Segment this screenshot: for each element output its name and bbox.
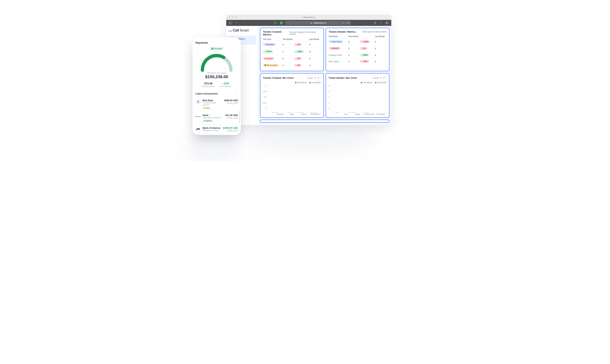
- metric-row: ! URGENT0↓ 0%0: [329, 45, 386, 52]
- browser-window: callsmartai.ca ▾ 〈 〉 🔒 callsmartai.ca 🔈 …: [226, 15, 391, 125]
- chart-legend: This Month Last Month: [263, 81, 321, 84]
- close-dot[interactable]: [229, 16, 230, 18]
- transaction-row[interactable]: Bank of AmericaWithdrawal to bank$3500.0…: [195, 124, 238, 134]
- tx-name: Slack: [203, 114, 223, 117]
- bar-chart-plot: [331, 84, 386, 112]
- metric-chip: ! URGENT: [329, 47, 341, 50]
- check-icon: ✓: [211, 48, 214, 50]
- svg-rect-0: [229, 22, 232, 24]
- chart-metric-selector[interactable]: Count ⚙ ▾: [371, 76, 386, 80]
- percent-pill: ↓ -60%: [360, 60, 369, 63]
- chevron-down-icon[interactable]: ▾: [234, 21, 239, 25]
- sidebar-toggle-icon[interactable]: [229, 21, 233, 25]
- chart-metric-selector[interactable]: Count ⚙ ▾: [306, 76, 321, 80]
- metric-chip: 🗐 Reschedule: [263, 64, 279, 67]
- back-icon[interactable]: 〈: [242, 21, 246, 25]
- trend-value: ↗ 12%: [220, 82, 231, 85]
- tx-name: Bank of America: [203, 127, 221, 129]
- percent-pill: ↓ 0%: [294, 64, 302, 67]
- brand-logo: CallSmart: [228, 28, 256, 32]
- card-subtitle: Client type for tickets created: [362, 31, 386, 33]
- status-on-track: ✓ On track: [210, 47, 224, 51]
- card-subtitle: Sum per category for the tickets created: [289, 31, 321, 35]
- bar-chart-plot: [268, 84, 321, 112]
- chart-title: Tickets Created: Bar Chart: [263, 77, 294, 79]
- main-content: Tickets Created: Metrics Sum per categor…: [258, 26, 391, 125]
- brand-text-a: Call: [233, 28, 239, 32]
- tabs-icon[interactable]: [385, 21, 389, 25]
- card-tickets-details-metrics: Tickets Details: Metrics Client type for…: [326, 28, 389, 71]
- reload-icon[interactable]: ↻: [347, 22, 349, 24]
- tx-sub: Withdrawal to bank: [203, 129, 221, 131]
- window-controls[interactable]: [229, 16, 237, 18]
- percent-pill: ↓ 0%: [294, 57, 302, 60]
- kebab-icon[interactable]: ⋮: [235, 92, 238, 95]
- tx-date: 10 May, 2020: [223, 130, 238, 132]
- tx-date: 12 May, 2020: [225, 117, 238, 119]
- percent-pill: ↓ 0%: [360, 47, 367, 50]
- card-title: Tickets Details: Metrics: [329, 30, 356, 33]
- metric-row: ＋ Book1↑ 100%0: [263, 48, 321, 55]
- status-badge: Pending: [203, 107, 211, 109]
- address-text: callsmartai.ca: [313, 22, 326, 24]
- last-tx-label: last transaction: [202, 85, 215, 87]
- phone-mockup: Payments ⋮ ✓ On track PROJECT BALANCE $1…: [192, 38, 241, 135]
- slack-icon: [195, 114, 201, 119]
- audio-icon[interactable]: 🔈: [343, 22, 345, 24]
- forward-icon[interactable]: 〉: [247, 21, 251, 25]
- scroll-indicator[interactable]: [239, 111, 240, 124]
- browser-tabbar: callsmartai.ca: [226, 15, 391, 20]
- metric-row: ? Question0↓ 0%0: [263, 41, 321, 48]
- metric-chip: ? Question: [263, 43, 276, 46]
- status-badge: Completed: [203, 120, 213, 122]
- balance-value: $150,238.00: [195, 74, 238, 79]
- transaction-row[interactable]: SlackSubscription paymentCompleted-$11.0…: [195, 112, 238, 124]
- gear-icon: ⚙: [314, 77, 316, 79]
- lock-icon: 🔒: [310, 22, 312, 24]
- tx-name: Bob Dean: [203, 99, 222, 102]
- metric-row: 🗐 Reschedule0↓ 0%0: [263, 62, 321, 69]
- tx-date: 15 May, 2020: [224, 102, 238, 104]
- percent-pill: ↓ -100%: [360, 40, 370, 43]
- kebab-icon[interactable]: ⋮: [235, 41, 238, 44]
- phone-section-title: Payments: [195, 41, 208, 44]
- metric-chip: ✦ New Client: [329, 40, 343, 43]
- chevron-down-icon: ▾: [383, 77, 384, 79]
- svg-rect-4: [386, 22, 388, 24]
- metric-row: ✦ New Client0↓ -100%5: [329, 38, 386, 45]
- balance-stats: $72.46 last transaction ↗ 12% since last…: [195, 82, 238, 87]
- minimize-dot[interactable]: [232, 16, 233, 18]
- transaction-row[interactable]: BBob DeanTransfer to bank accountPending…: [195, 97, 238, 112]
- share-icon[interactable]: [373, 21, 377, 25]
- tx-sub: Subscription payment: [203, 117, 223, 119]
- balance-gauge: PROJECT BALANCE $150,238.00: [195, 52, 238, 79]
- card-placeholder: [260, 120, 389, 123]
- metric-chip: ⊘ Cancel: [263, 57, 274, 60]
- shield-icon[interactable]: [273, 21, 277, 25]
- card-title: Tickets Created: Metrics: [263, 30, 289, 36]
- card-tickets-created-metrics: Tickets Created: Metrics Sum per categor…: [260, 28, 324, 71]
- extension-icon[interactable]: [279, 21, 284, 25]
- metric-row: Non Urgent2↓ -60%5: [329, 58, 386, 65]
- trend-label: since last visit: [220, 85, 231, 87]
- tx-sub: Transfer to bank account: [203, 102, 222, 106]
- svg-rect-3: [386, 22, 388, 24]
- metric-row: ⊘ Cancel0↓ 0%0: [263, 55, 321, 62]
- transactions-title: Latest transactions: [195, 92, 218, 95]
- metric-row: Existing Client2↑ 200%0: [329, 52, 386, 58]
- gear-icon: ⚙: [380, 77, 382, 79]
- brand-text-b: Smart: [240, 28, 249, 32]
- card-ticket-details-chart: Ticket Details: Bar Chart Count ⚙ ▾ This…: [326, 73, 389, 118]
- address-bar[interactable]: 🔒 callsmartai.ca 🔈 ↻: [285, 21, 351, 25]
- percent-pill: ↑ 200%: [360, 54, 369, 56]
- new-tab-icon[interactable]: ＋: [379, 21, 383, 25]
- tx-amount: -$11.00 USD: [225, 114, 238, 117]
- percent-pill: ↑ 100%: [294, 50, 304, 53]
- chart-title: Ticket Details: Bar Chart: [329, 77, 357, 79]
- chart-legend: This Month Last Month: [329, 81, 386, 84]
- zoom-dot[interactable]: [235, 16, 237, 18]
- chevron-down-icon: ▾: [318, 77, 319, 79]
- tx-amount: $3500.00 USD: [223, 127, 238, 129]
- tx-amount: -$290.00 USD: [224, 99, 238, 102]
- tab-title: callsmartai.ca: [302, 16, 315, 18]
